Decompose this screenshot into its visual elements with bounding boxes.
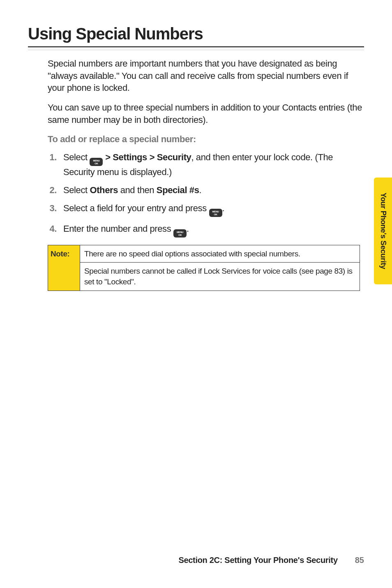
note-box: Note: There are no speed dial options as…	[48, 245, 360, 291]
bold-text: Special #s	[157, 185, 199, 195]
step-number: 1.	[48, 151, 57, 178]
note-text-1: There are no speed dial options associat…	[80, 245, 360, 263]
text: .	[199, 185, 202, 195]
side-tab-label: Your Phone's Security	[379, 193, 387, 269]
page-title: Using Special Numbers	[28, 25, 364, 43]
intro-paragraph-2: You can save up to three special numbers…	[48, 101, 364, 126]
rule-thin	[28, 50, 364, 50]
bold-text: > Settings > Security	[105, 152, 191, 162]
text: .	[187, 224, 189, 234]
icon-bottom: OK	[214, 213, 217, 216]
step-3: 3. Select a field for your entry and pre…	[48, 202, 364, 217]
note-label: Note:	[48, 245, 80, 291]
step-number: 4.	[48, 223, 57, 238]
intro-paragraph-1: Special numbers are important numbers th…	[48, 58, 364, 94]
icon-top: MENU	[177, 231, 183, 233]
text: , and then enter your lock code. (The Se…	[63, 152, 333, 177]
text: Select a field for your entry and press	[63, 203, 209, 213]
step-number: 2.	[48, 184, 57, 196]
text: Select	[63, 152, 90, 162]
footer-section: Section 2C: Setting Your Phone's Securit…	[178, 556, 337, 565]
step-1: 1. Select MENU OK > Settings > Security,…	[48, 151, 364, 178]
text: Select	[63, 185, 90, 195]
step-body: Select a field for your entry and press …	[63, 202, 364, 217]
icon-top: MENU	[93, 159, 99, 162]
note-text-2: Special numbers cannot be called if Lock…	[80, 263, 360, 290]
text: .	[222, 203, 225, 213]
step-4: 4. Enter the number and press MENU OK .	[48, 223, 364, 238]
menu-ok-icon: MENU OK	[209, 209, 222, 217]
step-body: Select Others and then Special #s.	[63, 184, 364, 196]
icon-top: MENU	[212, 210, 219, 213]
icon-bottom: OK	[95, 162, 98, 165]
step-body: Select MENU OK > Settings > Security, an…	[63, 151, 364, 178]
step-number: 3.	[48, 202, 57, 217]
icon-bottom: OK	[178, 234, 182, 236]
menu-ok-icon: MENU OK	[173, 229, 187, 238]
menu-ok-icon: MENU OK	[90, 158, 103, 166]
steps-list: 1. Select MENU OK > Settings > Security,…	[48, 151, 364, 237]
text: Enter the number and press	[63, 224, 173, 234]
step-body: Enter the number and press MENU OK .	[63, 223, 364, 238]
page-footer: Section 2C: Setting Your Phone's Securit…	[178, 556, 364, 565]
bold-text: Others	[90, 185, 118, 195]
rule-thick	[28, 46, 364, 47]
procedure-heading: To add or replace a special number:	[48, 134, 364, 145]
step-2: 2. Select Others and then Special #s.	[48, 184, 364, 196]
text: and then	[118, 185, 157, 195]
footer-page-number: 85	[355, 556, 364, 565]
side-tab: Your Phone's Security	[374, 178, 392, 284]
